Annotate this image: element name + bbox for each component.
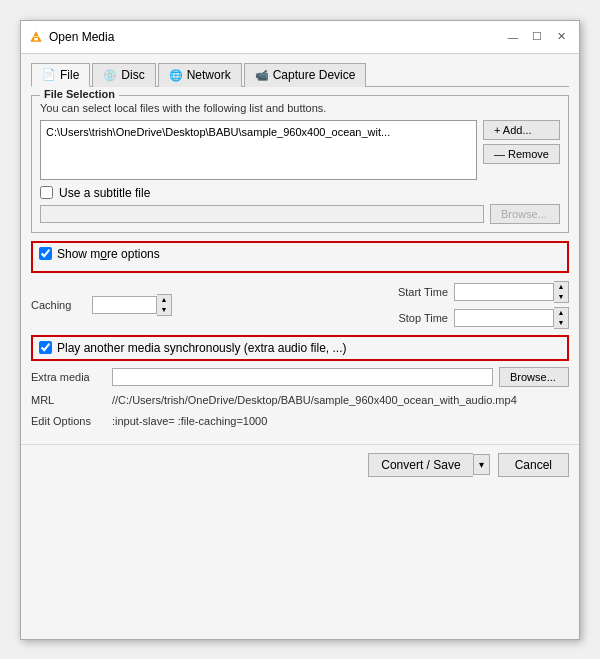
start-time-label: Start Time xyxy=(388,286,448,298)
file-tab-icon: 📄 xyxy=(42,68,56,81)
show-more-label-text: Show more options xyxy=(57,247,160,261)
window-title: Open Media xyxy=(49,30,114,44)
time-fields: Start Time 00H:00m:00s.000 ▲ ▼ Stop Time… xyxy=(388,281,569,329)
tab-capture-label: Capture Device xyxy=(273,68,356,82)
stop-time-up-button[interactable]: ▲ xyxy=(554,308,568,318)
close-button[interactable]: ✕ xyxy=(551,27,571,47)
sync-label[interactable]: Play another media synchronously (extra … xyxy=(57,341,346,355)
add-button[interactable]: + Add... xyxy=(483,120,560,140)
remove-button[interactable]: — Remove xyxy=(483,144,560,164)
start-time-field[interactable]: 00H:00m:00s.000 xyxy=(454,283,554,301)
tab-network[interactable]: 🌐 Network xyxy=(158,63,242,87)
bottom-bar: Convert / Save ▾ Cancel xyxy=(21,444,579,483)
cancel-button[interactable]: Cancel xyxy=(498,453,569,477)
start-time-up-button[interactable]: ▲ xyxy=(554,282,568,292)
file-entry: C:\Users\trish\OneDrive\Desktop\BABU\sam… xyxy=(46,124,471,140)
title-bar: Open Media — ☐ ✕ xyxy=(21,21,579,54)
tab-capture[interactable]: 📹 Capture Device xyxy=(244,63,367,87)
convert-save-arrow-button[interactable]: ▾ xyxy=(473,454,490,475)
start-time-spin-buttons: ▲ ▼ xyxy=(554,281,569,303)
stop-time-field[interactable]: 00H:00m:00s.000 xyxy=(454,309,554,327)
subtitle-field[interactable] xyxy=(40,205,484,223)
title-bar-controls: — ☐ ✕ xyxy=(503,27,571,47)
edit-options-row: Edit Options :input-slave= :file-caching… xyxy=(31,413,569,429)
stop-time-down-button[interactable]: ▼ xyxy=(554,318,568,328)
start-time-row: Start Time 00H:00m:00s.000 ▲ ▼ xyxy=(388,281,569,303)
edit-options-label: Edit Options xyxy=(31,415,106,427)
tab-bar: 📄 File 💿 Disc 🌐 Network 📹 Capture Device xyxy=(31,62,569,87)
extra-media-field[interactable] xyxy=(112,368,493,386)
caching-field[interactable]: 1000 ms xyxy=(92,296,157,314)
extra-media-row: Extra media Browse... xyxy=(31,367,569,387)
file-list-area[interactable]: C:\Users\trish\OneDrive\Desktop\BABU\sam… xyxy=(40,120,477,180)
sync-checkbox[interactable] xyxy=(39,341,52,354)
svg-rect-2 xyxy=(33,36,38,37)
caching-time-row: Caching 1000 ms ▲ ▼ Start Time 00H:00m:0… xyxy=(31,281,569,329)
stop-time-row: Stop Time 00H:00m:00s.000 ▲ ▼ xyxy=(388,307,569,329)
caching-label: Caching xyxy=(31,299,86,311)
stop-time-spinner: 00H:00m:00s.000 ▲ ▼ xyxy=(454,307,569,329)
convert-save-group: Convert / Save ▾ xyxy=(368,453,489,477)
network-tab-icon: 🌐 xyxy=(169,69,183,82)
subtitle-label[interactable]: Use a subtitle file xyxy=(59,186,150,200)
mrl-row: MRL //C:/Users/trish/OneDrive/Desktop/BA… xyxy=(31,392,569,408)
caching-row: Caching 1000 ms ▲ ▼ xyxy=(31,294,172,316)
tab-disc[interactable]: 💿 Disc xyxy=(92,63,155,87)
open-media-window: Open Media — ☐ ✕ 📄 File 💿 Disc 🌐 Network xyxy=(20,20,580,640)
title-bar-left: Open Media xyxy=(29,30,114,44)
convert-save-button[interactable]: Convert / Save xyxy=(368,453,472,477)
mrl-label: MRL xyxy=(31,394,106,406)
main-content: 📄 File 💿 Disc 🌐 Network 📹 Capture Device… xyxy=(21,54,579,444)
start-time-spinner: 00H:00m:00s.000 ▲ ▼ xyxy=(454,281,569,303)
show-more-label[interactable]: Show more options xyxy=(57,247,160,261)
sync-section: Play another media synchronously (extra … xyxy=(31,335,569,361)
stop-time-label: Stop Time xyxy=(388,312,448,324)
caching-spinner: 1000 ms ▲ ▼ xyxy=(92,294,172,316)
subtitle-input-row: Browse... xyxy=(40,204,560,224)
vlc-logo-icon xyxy=(29,30,43,44)
caching-spin-buttons: ▲ ▼ xyxy=(157,294,172,316)
caching-up-button[interactable]: ▲ xyxy=(157,295,171,305)
start-time-down-button[interactable]: ▼ xyxy=(554,292,568,302)
minimize-button[interactable]: — xyxy=(503,27,523,47)
show-more-checkbox[interactable] xyxy=(39,247,52,260)
file-input-col: C:\Users\trish\OneDrive\Desktop\BABU\sam… xyxy=(40,120,477,186)
tab-network-label: Network xyxy=(187,68,231,82)
show-more-options-section: Show more options xyxy=(31,241,569,273)
stop-time-spin-buttons: ▲ ▼ xyxy=(554,307,569,329)
file-btn-col: + Add... — Remove xyxy=(483,120,560,164)
file-selection-group-label: File Selection xyxy=(40,88,119,100)
caching-down-button[interactable]: ▼ xyxy=(157,305,171,315)
file-row: C:\Users\trish\OneDrive\Desktop\BABU\sam… xyxy=(40,120,560,186)
show-more-checkbox-row: Show more options xyxy=(39,247,561,261)
tab-file-label: File xyxy=(60,68,79,82)
subtitle-checkbox[interactable] xyxy=(40,186,53,199)
extra-media-browse-button[interactable]: Browse... xyxy=(499,367,569,387)
capture-tab-icon: 📹 xyxy=(255,69,269,82)
subtitle-browse-button[interactable]: Browse... xyxy=(490,204,560,224)
extra-media-label: Extra media xyxy=(31,371,106,383)
svg-rect-1 xyxy=(34,37,38,40)
file-selection-description: You can select local files with the foll… xyxy=(40,102,560,114)
mrl-value: //C:/Users/trish/OneDrive/Desktop/BABU/s… xyxy=(112,392,569,408)
tab-disc-label: Disc xyxy=(121,68,144,82)
tab-file[interactable]: 📄 File xyxy=(31,63,90,87)
subtitle-checkbox-row: Use a subtitle file xyxy=(40,186,560,200)
disc-tab-icon: 💿 xyxy=(103,69,117,82)
edit-options-value: :input-slave= :file-caching=1000 xyxy=(112,413,569,429)
file-selection-group: File Selection You can select local file… xyxy=(31,95,569,233)
maximize-button[interactable]: ☐ xyxy=(527,27,547,47)
